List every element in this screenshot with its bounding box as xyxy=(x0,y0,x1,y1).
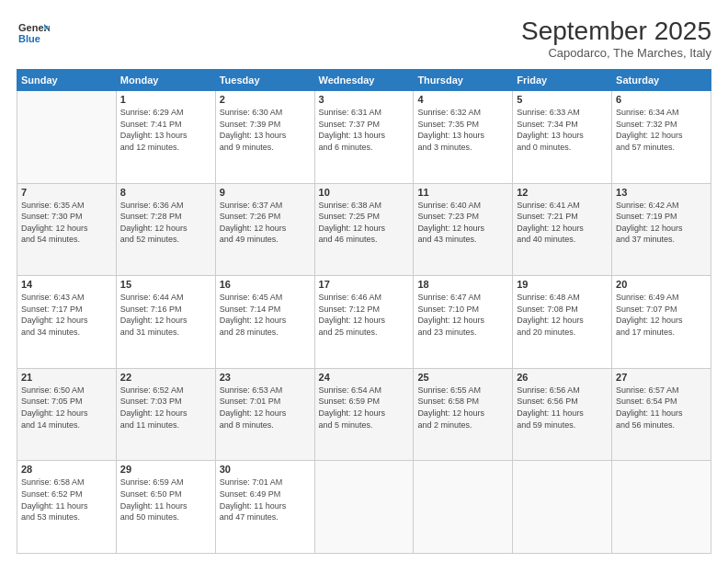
day-info: Sunrise: 6:44 AMSunset: 7:16 PMDaylight:… xyxy=(120,293,188,337)
table-row: 11Sunrise: 6:40 AMSunset: 7:23 PMDayligh… xyxy=(414,183,513,276)
table-row: 25Sunrise: 6:55 AMSunset: 6:58 PMDayligh… xyxy=(414,368,513,461)
day-number: 29 xyxy=(120,464,211,475)
table-row: 8Sunrise: 6:36 AMSunset: 7:28 PMDaylight… xyxy=(116,183,215,276)
header-monday: Monday xyxy=(116,70,215,91)
day-info: Sunrise: 6:55 AMSunset: 6:58 PMDaylight:… xyxy=(417,385,484,430)
day-number: 23 xyxy=(220,372,311,383)
day-number: 17 xyxy=(319,279,410,290)
subtitle: Capodarco, The Marches, Italy xyxy=(521,46,711,60)
day-info: Sunrise: 6:36 AMSunset: 7:28 PMDaylight:… xyxy=(120,201,188,245)
day-info: Sunrise: 6:59 AMSunset: 6:50 PMDaylight:… xyxy=(120,477,188,522)
table-row: 7Sunrise: 6:35 AMSunset: 7:30 PMDaylight… xyxy=(17,183,117,276)
logo: General Blue xyxy=(17,17,50,50)
table-row: 28Sunrise: 6:58 AMSunset: 6:52 PMDayligh… xyxy=(17,461,117,554)
day-number: 24 xyxy=(319,372,410,383)
month-title: September 2025 xyxy=(521,17,711,46)
table-row: 23Sunrise: 6:53 AMSunset: 7:01 PMDayligh… xyxy=(215,368,314,461)
day-number: 10 xyxy=(319,187,410,198)
day-info: Sunrise: 6:56 AMSunset: 6:56 PMDaylight:… xyxy=(517,385,584,430)
table-row: 16Sunrise: 6:45 AMSunset: 7:14 PMDayligh… xyxy=(215,276,314,369)
table-row: 6Sunrise: 6:34 AMSunset: 7:32 PMDaylight… xyxy=(612,91,711,184)
day-number: 26 xyxy=(517,372,608,383)
table-row xyxy=(414,461,513,554)
table-row: 14Sunrise: 6:43 AMSunset: 7:17 PMDayligh… xyxy=(17,276,117,369)
day-number: 3 xyxy=(319,94,410,105)
title-area: September 2025 Capodarco, The Marches, I… xyxy=(521,17,711,60)
day-number: 5 xyxy=(517,94,608,105)
header-thursday: Thursday xyxy=(414,70,513,91)
day-number: 30 xyxy=(220,464,311,475)
header: General Blue September 2025 Capodarco, T… xyxy=(17,17,711,60)
day-info: Sunrise: 6:46 AMSunset: 7:12 PMDaylight:… xyxy=(319,293,386,337)
table-row: 29Sunrise: 6:59 AMSunset: 6:50 PMDayligh… xyxy=(116,461,215,554)
day-number: 8 xyxy=(120,187,211,198)
table-row xyxy=(513,461,612,554)
table-row: 26Sunrise: 6:56 AMSunset: 6:56 PMDayligh… xyxy=(513,368,612,461)
day-number: 22 xyxy=(120,372,211,383)
day-info: Sunrise: 6:32 AMSunset: 7:35 PMDaylight:… xyxy=(417,108,484,152)
calendar-week-row: 7Sunrise: 6:35 AMSunset: 7:30 PMDaylight… xyxy=(17,183,711,276)
table-row: 21Sunrise: 6:50 AMSunset: 7:05 PMDayligh… xyxy=(17,368,117,461)
day-info: Sunrise: 6:31 AMSunset: 7:37 PMDaylight:… xyxy=(319,108,386,152)
day-info: Sunrise: 6:33 AMSunset: 7:34 PMDaylight:… xyxy=(517,108,584,152)
table-row: 9Sunrise: 6:37 AMSunset: 7:26 PMDaylight… xyxy=(215,183,314,276)
calendar-week-row: 14Sunrise: 6:43 AMSunset: 7:17 PMDayligh… xyxy=(17,276,711,369)
calendar-week-row: 1Sunrise: 6:29 AMSunset: 7:41 PMDaylight… xyxy=(17,91,711,184)
day-number: 28 xyxy=(21,464,112,475)
table-row: 10Sunrise: 6:38 AMSunset: 7:25 PMDayligh… xyxy=(314,183,414,276)
day-info: Sunrise: 6:53 AMSunset: 7:01 PMDaylight:… xyxy=(220,385,287,430)
day-info: Sunrise: 6:45 AMSunset: 7:14 PMDaylight:… xyxy=(220,293,287,337)
header-wednesday: Wednesday xyxy=(314,70,414,91)
logo-svg: General Blue xyxy=(17,17,50,50)
day-number: 1 xyxy=(120,94,211,105)
day-info: Sunrise: 6:35 AMSunset: 7:30 PMDaylight:… xyxy=(21,201,88,245)
table-row: 13Sunrise: 6:42 AMSunset: 7:19 PMDayligh… xyxy=(612,183,711,276)
table-row: 30Sunrise: 7:01 AMSunset: 6:49 PMDayligh… xyxy=(215,461,314,554)
calendar-week-row: 21Sunrise: 6:50 AMSunset: 7:05 PMDayligh… xyxy=(17,368,711,461)
day-info: Sunrise: 6:29 AMSunset: 7:41 PMDaylight:… xyxy=(120,108,188,152)
calendar-week-row: 28Sunrise: 6:58 AMSunset: 6:52 PMDayligh… xyxy=(17,461,711,554)
table-row: 19Sunrise: 6:48 AMSunset: 7:08 PMDayligh… xyxy=(513,276,612,369)
table-row: 17Sunrise: 6:46 AMSunset: 7:12 PMDayligh… xyxy=(314,276,414,369)
day-number: 9 xyxy=(220,187,311,198)
day-info: Sunrise: 6:49 AMSunset: 7:07 PMDaylight:… xyxy=(616,293,683,337)
day-number: 4 xyxy=(417,94,508,105)
day-info: Sunrise: 6:41 AMSunset: 7:21 PMDaylight:… xyxy=(517,201,584,245)
header-sunday: Sunday xyxy=(17,70,117,91)
table-row: 3Sunrise: 6:31 AMSunset: 7:37 PMDaylight… xyxy=(314,91,414,184)
day-number: 18 xyxy=(417,279,508,290)
day-info: Sunrise: 6:58 AMSunset: 6:52 PMDaylight:… xyxy=(21,477,88,522)
table-row xyxy=(17,91,117,184)
day-number: 6 xyxy=(616,94,707,105)
table-row: 15Sunrise: 6:44 AMSunset: 7:16 PMDayligh… xyxy=(116,276,215,369)
day-info: Sunrise: 6:30 AMSunset: 7:39 PMDaylight:… xyxy=(220,108,287,152)
day-number: 27 xyxy=(616,372,707,383)
day-info: Sunrise: 6:42 AMSunset: 7:19 PMDaylight:… xyxy=(616,201,683,245)
header-saturday: Saturday xyxy=(612,70,711,91)
day-info: Sunrise: 6:37 AMSunset: 7:26 PMDaylight:… xyxy=(220,201,287,245)
day-number: 2 xyxy=(220,94,311,105)
day-info: Sunrise: 7:01 AMSunset: 6:49 PMDaylight:… xyxy=(220,477,287,522)
table-row: 20Sunrise: 6:49 AMSunset: 7:07 PMDayligh… xyxy=(612,276,711,369)
day-number: 7 xyxy=(21,187,112,198)
day-info: Sunrise: 6:52 AMSunset: 7:03 PMDaylight:… xyxy=(120,385,188,430)
table-row: 12Sunrise: 6:41 AMSunset: 7:21 PMDayligh… xyxy=(513,183,612,276)
day-info: Sunrise: 6:38 AMSunset: 7:25 PMDaylight:… xyxy=(319,201,386,245)
table-row: 2Sunrise: 6:30 AMSunset: 7:39 PMDaylight… xyxy=(215,91,314,184)
day-number: 19 xyxy=(517,279,608,290)
day-number: 13 xyxy=(616,187,707,198)
day-number: 25 xyxy=(417,372,508,383)
calendar-table: Sunday Monday Tuesday Wednesday Thursday… xyxy=(17,69,711,554)
day-number: 12 xyxy=(517,187,608,198)
day-number: 11 xyxy=(417,187,508,198)
table-row: 24Sunrise: 6:54 AMSunset: 6:59 PMDayligh… xyxy=(314,368,414,461)
day-info: Sunrise: 6:47 AMSunset: 7:10 PMDaylight:… xyxy=(417,293,484,337)
day-number: 21 xyxy=(21,372,112,383)
day-number: 16 xyxy=(220,279,311,290)
day-number: 14 xyxy=(21,279,112,290)
day-info: Sunrise: 6:57 AMSunset: 6:54 PMDaylight:… xyxy=(616,385,683,430)
day-info: Sunrise: 6:48 AMSunset: 7:08 PMDaylight:… xyxy=(517,293,584,337)
table-row: 27Sunrise: 6:57 AMSunset: 6:54 PMDayligh… xyxy=(612,368,711,461)
day-info: Sunrise: 6:43 AMSunset: 7:17 PMDaylight:… xyxy=(21,293,88,337)
day-info: Sunrise: 6:54 AMSunset: 6:59 PMDaylight:… xyxy=(319,385,386,430)
